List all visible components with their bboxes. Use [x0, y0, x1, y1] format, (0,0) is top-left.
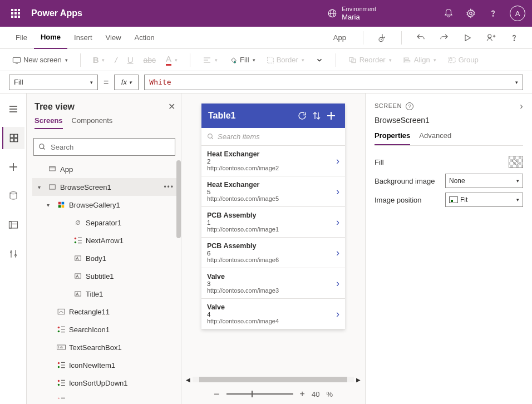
tree-node-iconnewitem1[interactable]: IconNewItem1: [32, 356, 181, 374]
tree-node-subtitle1[interactable]: Subtitle1: [32, 267, 181, 285]
more-icon[interactable]: •••: [164, 183, 178, 191]
strike-button[interactable]: abc: [140, 53, 160, 67]
tree-node-label: Subtitle1: [86, 272, 114, 280]
tree-node-browsegallery1[interactable]: ▾BrowseGallery1: [32, 196, 181, 214]
menu-insert[interactable]: Insert: [67, 27, 99, 49]
group-button[interactable]: Group: [444, 53, 482, 66]
gallery-item[interactable]: Valve3http://contoso.com/image3›: [201, 268, 345, 299]
tree-node-browsescreen1[interactable]: ▾BrowseScreen1•••: [32, 178, 181, 196]
tree-node-iconrefresh1[interactable]: IconRefresh1: [32, 392, 181, 398]
app-header: Power Apps Environment Maria A: [0, 0, 532, 27]
prop-fill-swatch[interactable]: [509, 156, 523, 168]
tree-node-title1[interactable]: Title1: [32, 285, 181, 303]
chevron-right-icon[interactable]: ›: [336, 278, 339, 289]
align-button[interactable]: Align▾: [400, 53, 440, 66]
formula-input[interactable]: White ▾: [144, 75, 523, 90]
sort-icon[interactable]: [309, 109, 324, 123]
gallery-item[interactable]: PCB Assembly6http://contoso.com/image6›: [201, 238, 345, 268]
fx-button[interactable]: fx▾: [114, 75, 139, 90]
props-tab-advanced[interactable]: Advanced: [419, 131, 451, 145]
text-align-button[interactable]: ▾: [199, 54, 221, 66]
undo-icon[interactable]: [412, 29, 430, 47]
notifications-icon[interactable]: [443, 8, 454, 19]
new-screen-button[interactable]: New screen▾: [9, 53, 71, 66]
tree-scrollbar[interactable]: [176, 160, 181, 238]
tree-tab-components[interactable]: Components: [72, 116, 113, 129]
props-tab-properties[interactable]: Properties: [375, 131, 410, 145]
svg-point-7: [488, 35, 491, 38]
app-checker-icon[interactable]: [373, 29, 391, 47]
font-color-button[interactable]: A▾: [162, 52, 181, 68]
user-avatar[interactable]: A: [510, 6, 525, 21]
app-preview[interactable]: Table1 Search items Heat Exchanger2http:…: [201, 104, 345, 329]
overflow-button[interactable]: [312, 54, 327, 66]
gallery-item[interactable]: Valve4http://contoso.com/image4›: [201, 299, 345, 329]
tree-node-body1[interactable]: Body1: [32, 249, 181, 267]
refresh-icon[interactable]: [295, 109, 309, 123]
environment-picker[interactable]: Environment Maria: [327, 6, 376, 22]
canvas-horizontal-scrollbar[interactable]: ◀ ▶: [181, 375, 365, 384]
tree-node-label: BrowseScreen1: [60, 183, 111, 191]
close-icon[interactable]: ✕: [168, 101, 175, 112]
redo-icon[interactable]: [435, 29, 453, 47]
tree-node-nextarrow1[interactable]: NextArrow1: [32, 231, 181, 249]
chevron-right-icon[interactable]: ›: [520, 101, 523, 111]
reorder-button[interactable]: Reorder▾: [345, 53, 395, 66]
svg-point-82: [208, 134, 213, 139]
tree-node-searchicon1[interactable]: SearchIcon1: [32, 321, 181, 338]
preview-icon[interactable]: [459, 29, 476, 47]
tree-search-input[interactable]: [51, 143, 170, 151]
gallery-item[interactable]: PCB Assembly1http://contoso.com/image1›: [201, 207, 345, 238]
share-icon[interactable]: [482, 29, 500, 47]
menu-action[interactable]: Action: [128, 27, 161, 49]
fill-color-button[interactable]: Fill▾: [225, 53, 259, 67]
svg-marker-6: [465, 35, 470, 41]
menu-file[interactable]: File: [9, 27, 34, 49]
prop-bg-image-select[interactable]: None▾: [445, 174, 523, 188]
tree-node-textsearchbox1[interactable]: abTextSearchBox1: [32, 338, 181, 356]
chevron-right-icon[interactable]: ›: [336, 247, 339, 259]
chevron-right-icon[interactable]: ›: [336, 308, 339, 320]
bold-button[interactable]: B▾: [90, 53, 109, 67]
menu-view[interactable]: View: [99, 27, 128, 49]
rail-hamburger[interactable]: [2, 98, 24, 120]
help-icon[interactable]: [487, 8, 499, 19]
svg-rect-43: [50, 166, 56, 171]
tree-node-app[interactable]: App: [32, 160, 181, 178]
tree-tab-screens[interactable]: Screens: [35, 116, 63, 129]
align-icon: [403, 56, 412, 64]
menu-home[interactable]: Home: [34, 27, 67, 49]
chevron-right-icon[interactable]: ›: [336, 186, 339, 198]
settings-icon[interactable]: [465, 8, 476, 19]
italic-button[interactable]: /: [111, 53, 120, 67]
menu-app[interactable]: App: [327, 27, 353, 49]
menu-bar: File Home Insert View Action App: [0, 27, 532, 49]
chevron-right-icon[interactable]: ›: [336, 155, 339, 167]
zoom-out-button[interactable]: −: [214, 388, 220, 400]
tree-node-separator1[interactable]: Separator1: [32, 214, 181, 231]
zoom-unit: %: [326, 390, 333, 398]
zoom-slider[interactable]: [226, 393, 293, 395]
gallery-item[interactable]: Heat Exchanger2http://contoso.com/image2…: [201, 146, 345, 176]
chevron-right-icon[interactable]: ›: [336, 216, 339, 228]
selected-object-name: BrowseScreen1: [375, 116, 523, 125]
tree-node-rectangle11[interactable]: Rectangle11: [32, 303, 181, 321]
rail-tree-view[interactable]: [2, 127, 24, 149]
border-button[interactable]: Border▾: [263, 53, 308, 66]
rail-insert[interactable]: [2, 156, 24, 178]
property-selector[interactable]: Fill ▾: [9, 75, 98, 90]
help2-icon[interactable]: [505, 29, 523, 47]
zoom-in-button[interactable]: +: [300, 389, 305, 399]
preview-search[interactable]: Search items: [201, 128, 345, 146]
underline-button[interactable]: U: [124, 53, 137, 67]
gallery-item[interactable]: Heat Exchanger5http://contoso.com/image5…: [201, 176, 345, 207]
tree-search-box[interactable]: [33, 138, 175, 156]
rail-media[interactable]: [2, 214, 24, 236]
tree-node-iconsortupdown1[interactable]: IconSortUpDown1: [32, 374, 181, 392]
rail-advanced-tools[interactable]: [2, 243, 24, 265]
help-icon[interactable]: ?: [406, 102, 413, 110]
rail-data[interactable]: [2, 185, 24, 207]
app-launcher-icon[interactable]: [7, 4, 24, 22]
add-icon[interactable]: [324, 109, 338, 123]
prop-img-pos-select[interactable]: Fit ▾: [445, 193, 523, 207]
